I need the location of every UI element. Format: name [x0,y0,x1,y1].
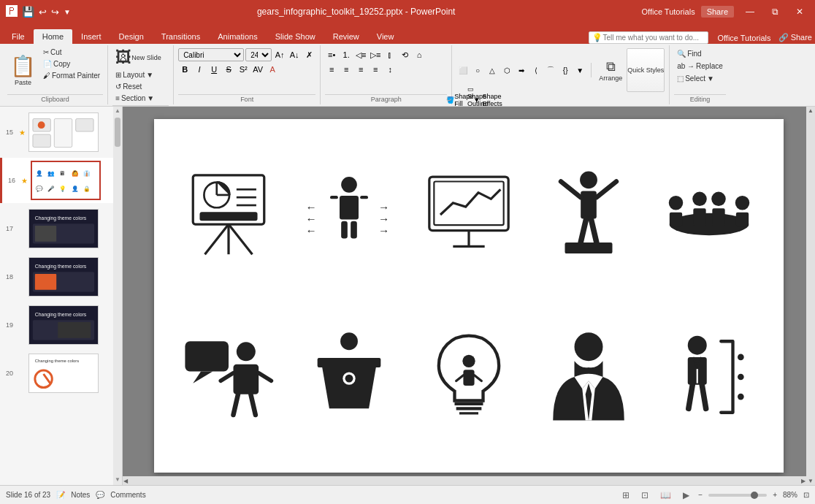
increase-indent-btn[interactable]: ▷≡ [369,48,382,61]
find-button[interactable]: 🔍 Find [674,48,704,59]
justify-btn[interactable]: ≡ [369,63,382,76]
underline-btn[interactable]: U [207,63,221,76]
slide-thumb-19[interactable]: 19 ★ Changing theme colors [0,302,122,348]
scroll-up-arrow[interactable]: ▲ [113,107,122,115]
canvas-scroll-down[interactable]: ▼ [807,477,814,485]
zoom-in-btn[interactable]: + [773,491,777,499]
tab-animations[interactable]: Animations [209,29,266,44]
quick-styles-button[interactable]: Quick Styles [627,48,665,92]
canvas-scroll-right[interactable]: ▶ [800,478,806,484]
arrange-button[interactable]: ⧉ Arrange [596,58,625,83]
restore-btn[interactable]: ⧉ [766,5,784,18]
numbering-btn[interactable]: 1. [340,48,353,61]
share-btn[interactable]: Share [701,6,734,18]
shape-effects-btn[interactable]: Shape Effects [486,93,499,107]
smartart-btn[interactable]: ⌂ [413,48,426,61]
canvas-scroll-up[interactable]: ▲ [807,107,814,115]
close-btn[interactable]: ✕ [790,5,809,18]
save-icon[interactable]: 💾 [22,6,34,18]
font-color-btn[interactable]: A [266,63,279,76]
zoom-level[interactable]: 88% [783,491,797,499]
redo-icon[interactable]: ↪ [51,7,59,18]
slideshow-btn[interactable]: ▶ [680,489,692,502]
columns-btn[interactable]: ⫿ [383,48,397,61]
icon-cell-6[interactable] [169,296,288,458]
tab-file[interactable]: File [3,29,34,44]
char-spacing-btn[interactable]: AV [251,63,264,76]
scroll-down-arrow[interactable]: ▼ [113,476,122,484]
new-slide-button[interactable]: 🖼 New Slide [112,47,164,69]
comments-btn[interactable]: Comments [110,491,145,499]
icon-cell-8[interactable] [409,296,529,458]
clear-format-btn[interactable]: ✗ [302,48,315,61]
slide-notes-btn[interactable]: Notes [71,491,90,499]
shape-8[interactable]: {} [559,64,572,77]
icon-cell-1[interactable] [169,134,288,296]
slide-panel-scrollbar[interactable]: ▲ ▼ [113,107,122,485]
shadow-btn[interactable]: S² [237,63,250,76]
shape-7[interactable]: ⌒ [544,64,557,77]
decrease-font-btn[interactable]: A↓ [288,48,301,61]
slide-sorter-btn[interactable]: ⊡ [638,489,651,502]
reading-view-btn[interactable]: 📖 [657,489,674,502]
align-left-btn[interactable]: ≡ [325,63,338,76]
share-label[interactable]: 🔗 Share [778,33,812,42]
tell-me-input[interactable] [602,34,705,42]
tab-home[interactable]: Home [34,29,72,44]
tab-review[interactable]: Review [324,29,368,44]
reset-button[interactable]: ↺ Reset [112,81,145,92]
icon-cell-4[interactable] [529,134,648,296]
tell-me-box[interactable]: 💡 [589,31,708,44]
align-center-btn[interactable]: ≡ [340,63,353,76]
icon-cell-10[interactable] [649,296,769,458]
canvas-scroll-left[interactable]: ◀ [123,478,129,484]
slide-thumb-17[interactable]: 17 ★ Changing theme colors [0,206,122,251]
tab-slideshow[interactable]: Slide Show [267,29,324,44]
replace-button[interactable]: ab → Replace [674,61,726,72]
italic-btn[interactable]: I [193,63,206,76]
paste-button[interactable]: 📋 Paste [7,47,39,93]
bold-btn[interactable]: B [178,63,191,76]
tab-transitions[interactable]: Transitions [153,29,209,44]
align-right-btn[interactable]: ≡ [354,63,367,76]
office-tutorials-label[interactable]: Office Tutorials [717,34,770,42]
shape-4[interactable]: ⬡ [500,64,513,77]
slide-thumb-16[interactable]: 16 ★ 👤 👥 🖥 🙆 👔 💬 🎤 💡 👤 [0,158,122,203]
text-direction-btn[interactable]: ⟲ [398,48,411,61]
cut-button[interactable]: ✂Cut [40,47,103,58]
shape-6[interactable]: ⟨ [529,64,543,77]
shape-5[interactable]: ➡ [515,64,528,77]
zoom-out-btn[interactable]: − [698,491,703,499]
zoom-thumb[interactable] [751,492,758,499]
minimize-btn[interactable]: — [740,5,760,18]
normal-view-btn[interactable]: ⊞ [619,489,632,502]
shape-2[interactable]: ○ [471,64,484,77]
canvas-scrollbar-v[interactable]: ▲ ▼ [806,107,815,485]
strikethrough-btn[interactable]: S [222,63,235,76]
scroll-thumb[interactable] [115,118,120,147]
undo-icon[interactable]: ↩ [39,7,47,18]
tab-design[interactable]: Design [110,29,153,44]
icon-cell-9[interactable] [529,296,648,458]
line-spacing-btn[interactable]: ↕ [383,63,397,76]
slide-thumb-15[interactable]: 15 ★ [0,110,122,155]
icon-cell-5[interactable] [649,134,769,296]
tab-view[interactable]: View [368,29,403,44]
layout-button[interactable]: ⊞ Layout ▼ [112,69,156,80]
customize-icon[interactable]: ▼ [64,8,71,16]
increase-font-btn[interactable]: A↑ [273,48,286,61]
slide-thumb-20[interactable]: 20 ★ Changing theme colors [0,351,122,396]
format-painter-button[interactable]: 🖌Format Painter [40,70,103,81]
shape-3[interactable]: △ [486,64,499,77]
font-family-select[interactable]: Calibri [178,48,244,61]
shape-1[interactable]: ⬜ [456,64,470,77]
decrease-indent-btn[interactable]: ◁≡ [354,48,367,61]
shape-expand[interactable]: ▼ [573,64,586,77]
zoom-slider[interactable] [708,494,767,497]
font-size-select[interactable]: 24 [245,48,272,61]
select-button[interactable]: ⬚ Select ▼ [674,73,717,84]
office-tutorials-btn[interactable]: Office Tutorials [641,7,695,16]
icon-cell-7[interactable] [288,296,408,458]
canvas-scrollbar-h[interactable]: ◀ ▶ [123,476,806,485]
tab-insert[interactable]: Insert [72,29,110,44]
